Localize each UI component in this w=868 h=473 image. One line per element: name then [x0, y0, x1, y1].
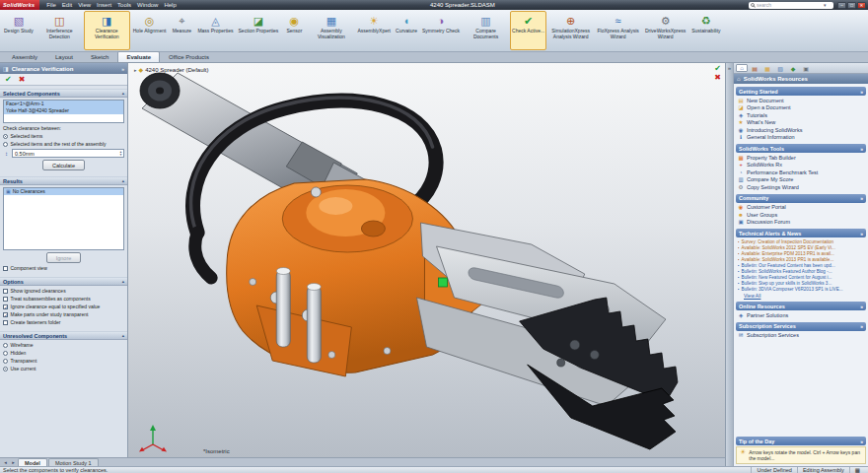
ribbon-button[interactable]: ⊕ SimulationXpress Analysis Wizard: [547, 11, 594, 50]
task-pane-tab-icon[interactable]: ◆: [787, 64, 799, 72]
option-checkbox[interactable]: Ignore clearance equal to specified valu…: [3, 304, 124, 309]
option-checkbox[interactable]: Show ignored clearances: [3, 288, 124, 294]
option-checkbox[interactable]: Treat subassemblies as components: [3, 296, 124, 302]
task-pane-link[interactable]: ◈ Tutorials: [738, 111, 864, 119]
results-header[interactable]: Results ▴: [0, 176, 127, 185]
viewport-canvas[interactable]: ▸ ◆ 4240 Spreader (Default) ✔ ✖: [128, 63, 725, 457]
task-pane-link[interactable]: + SolidWorks Rx: [738, 162, 864, 169]
ribbon-button[interactable]: ⚙ DriveWorksXpress Wizard: [642, 11, 688, 50]
task-pane-link[interactable]: ◪ Open a Document: [738, 104, 864, 112]
option-checkbox[interactable]: Make parts under study transparent: [3, 311, 124, 317]
task-pane-link[interactable]: ◉ Customer Portal: [738, 204, 864, 212]
command-tab[interactable]: Office Products: [160, 51, 218, 62]
task-pane-link[interactable]: ★ What's New: [738, 119, 864, 127]
task-pane-link[interactable]: ▦ Property Tab Builder: [738, 154, 864, 162]
command-tab[interactable]: Evaluate: [117, 51, 160, 62]
task-pane-link[interactable]: ▤ New Document: [738, 97, 864, 104]
menu-item[interactable]: Tools: [117, 2, 131, 8]
tree-expand-icon[interactable]: ▸: [134, 67, 137, 73]
ribbon-button[interactable]: ≈ FloXpress Analysis Wizard: [595, 11, 641, 50]
tip-of-the-day-header[interactable]: Tip of the Day »: [736, 437, 866, 445]
ribbon-button[interactable]: ♻ Sustainability: [689, 11, 722, 50]
ok-button[interactable]: ✔: [5, 75, 12, 84]
task-pane-tab-icon[interactable]: ▦: [761, 64, 773, 72]
unresolved-radio-option[interactable]: Transparent: [3, 358, 124, 364]
menu-item[interactable]: File: [46, 2, 56, 8]
solidworks-tools-header[interactable]: SolidWorks Tools »: [736, 144, 866, 153]
ribbon-button[interactable]: ◫ Interference Detection: [36, 11, 83, 50]
spin-down-icon[interactable]: ▼: [119, 154, 122, 157]
getting-started-header[interactable]: Getting Started »: [736, 87, 866, 96]
spreader-model[interactable]: [128, 63, 725, 457]
task-pane-tab-icon[interactable]: ▣: [800, 64, 812, 72]
menu-item[interactable]: Edit: [62, 2, 72, 8]
ribbon-button[interactable]: ⌖ Measure: [169, 11, 194, 50]
unresolved-radio-option[interactable]: Hidden: [3, 350, 124, 356]
task-pane-link[interactable]: ☻ User Groups: [738, 211, 864, 219]
task-pane-link[interactable]: ▣ Discussion Forum: [738, 219, 864, 227]
view-all-link[interactable]: View All: [734, 292, 868, 299]
value-spinner[interactable]: ▲ ▼: [119, 151, 122, 156]
selected-component[interactable]: Yoke Half-3@4240 Spreader: [4, 107, 123, 114]
task-pane-tab-icon[interactable]: ▤: [749, 64, 760, 72]
command-tab[interactable]: Layout: [46, 51, 82, 62]
ribbon-button[interactable]: ☀ AssemblyXpert: [355, 11, 393, 50]
model-tab[interactable]: Model: [18, 458, 47, 466]
ribbon-button[interactable]: ▦ Assembly Visualization: [308, 11, 354, 50]
tab-scroll-right-icon[interactable]: ▸: [10, 458, 17, 466]
maximize-button[interactable]: □: [847, 2, 856, 9]
tab-scroll-left-icon[interactable]: ◂: [2, 458, 9, 466]
task-pane-collapse-handle[interactable]: »: [725, 63, 733, 466]
radio-option[interactable]: Selected items: [3, 133, 124, 139]
ribbon-button[interactable]: ◪ Section Properties: [237, 11, 281, 50]
selected-face-highlight[interactable]: [439, 278, 448, 287]
ribbon-button[interactable]: ◑ Symmetry Check: [420, 11, 462, 50]
command-tab[interactable]: Sketch: [82, 51, 117, 62]
task-pane-link[interactable]: ✉ Subscription Services: [738, 332, 864, 340]
selected-components-list[interactable]: Face<1>@Arm-1Yoke Half-3@4240 Spreader: [3, 100, 124, 123]
selected-components-header[interactable]: Selected Components ▴: [0, 89, 127, 98]
close-button[interactable]: ✕: [857, 2, 866, 9]
task-pane-link[interactable]: ⚙ Copy Settings Wizard: [738, 183, 864, 191]
ignore-button[interactable]: Ignore: [46, 252, 82, 263]
task-pane-tab-icon[interactable]: ▧: [774, 64, 786, 72]
cancel-button[interactable]: ✖: [19, 75, 26, 84]
menu-item[interactable]: Window: [137, 2, 158, 8]
technical-alerts-header[interactable]: Technical Alerts & News »: [736, 229, 866, 237]
ribbon-button[interactable]: ▥ Compare Documents: [463, 11, 509, 50]
subscription-services-header[interactable]: Subscription Services »: [736, 322, 866, 331]
radio-option[interactable]: Selected items and the rest of the assem…: [3, 141, 124, 147]
unresolved-components-header[interactable]: Unresolved Components ▴: [0, 331, 127, 340]
task-pane-link[interactable]: ◔ Performance Benchmark Test: [738, 169, 864, 176]
task-pane-tab-icon[interactable]: ⌂: [736, 64, 748, 72]
ribbon-button[interactable]: ▧ Design Study: [2, 11, 36, 50]
option-checkbox[interactable]: Create fasteners folder: [3, 319, 124, 325]
ribbon-button[interactable]: ◨ Clearance Verification: [84, 11, 130, 50]
unresolved-radio-option[interactable]: Use current: [3, 366, 124, 372]
confirm-cancel-button[interactable]: ✖: [714, 74, 721, 82]
ribbon-button[interactable]: ◉ Sensor: [281, 11, 307, 50]
minimize-button[interactable]: –: [837, 2, 846, 9]
menu-item[interactable]: Insert: [97, 2, 111, 8]
ribbon-button[interactable]: ◖ Curvature: [394, 11, 419, 50]
clearance-value-input[interactable]: 0.50mm ▲ ▼: [12, 149, 124, 158]
online-resources-header[interactable]: Online Resources »: [736, 302, 866, 310]
task-pane-link[interactable]: ▥ Compare My Score: [738, 176, 864, 184]
menu-item[interactable]: Help: [164, 2, 176, 8]
community-header[interactable]: Community »: [736, 194, 866, 203]
result-item[interactable]: ▣ No Clearances: [4, 188, 123, 195]
menu-item[interactable]: View: [78, 2, 91, 8]
results-list[interactable]: ▣ No Clearances: [3, 187, 124, 250]
selected-component[interactable]: Face<1>@Arm-1: [4, 101, 123, 107]
panel-pin-icon[interactable]: »: [121, 66, 124, 72]
assembly-name[interactable]: 4240 Spreader (Default): [145, 67, 208, 73]
ribbon-button[interactable]: ◬ Mass Properties: [195, 11, 235, 50]
search-input[interactable]: [757, 2, 822, 8]
model-tab[interactable]: Motion Study 1: [48, 458, 99, 466]
search-dropdown-icon[interactable]: ▾: [824, 2, 827, 8]
confirm-ok-button[interactable]: ✔: [714, 65, 721, 73]
options-header[interactable]: Options ▴: [0, 277, 127, 286]
task-pane-link[interactable]: ◉ Introducing SolidWorks: [738, 126, 864, 134]
unresolved-radio-option[interactable]: Wireframe: [3, 342, 124, 348]
task-pane-link[interactable]: ℹ General Information: [738, 134, 864, 142]
